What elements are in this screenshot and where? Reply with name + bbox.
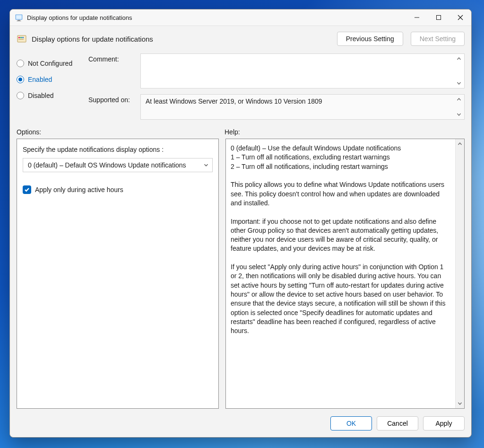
help-section-label: Help:: [225, 128, 465, 136]
help-panel: 0 (default) – Use the default Windows Up…: [225, 139, 465, 409]
options-panel: Specify the update notifications display…: [17, 139, 219, 409]
panel-labels: Options: Help:: [10, 122, 471, 139]
comment-row: Comment:: [88, 53, 465, 88]
supported-scroll-down-icon[interactable]: [455, 111, 463, 118]
next-setting-button[interactable]: Next Setting: [411, 32, 465, 46]
app-icon: [15, 13, 23, 22]
svg-rect-1: [16, 15, 22, 19]
apply-button[interactable]: Apply: [423, 416, 465, 430]
radio-disabled-label: Disabled: [28, 92, 53, 99]
state-and-comment-section: Not Configured Enabled Disabled Comment:: [10, 50, 471, 122]
cancel-button[interactable]: Cancel: [377, 416, 418, 430]
display-options-dropdown-label: Specify the update notifications display…: [23, 146, 213, 153]
svg-rect-12: [18, 39, 24, 40]
page-title: Display options for update notifications: [32, 35, 153, 43]
display-options-dropdown-value: 0 (default) – Default OS Windows Update …: [28, 161, 186, 169]
supported-label: Supported on:: [88, 94, 136, 120]
policy-icon: [17, 34, 27, 44]
svg-rect-10: [20, 37, 22, 38]
svg-rect-3: [17, 21, 21, 21]
minimize-button[interactable]: [406, 9, 428, 26]
svg-rect-5: [437, 16, 441, 20]
comment-label: Comment:: [88, 53, 136, 88]
supported-row: Supported on: At least Windows Server 20…: [88, 94, 465, 120]
supported-value: At least Windows Server 2019, or Windows…: [146, 97, 322, 105]
comment-scroll-up-icon[interactable]: [455, 55, 463, 62]
previous-setting-button[interactable]: Previous Setting: [337, 32, 403, 46]
comment-scroll-down-icon[interactable]: [455, 79, 463, 87]
radio-not-configured[interactable]: Not Configured: [17, 55, 86, 71]
help-scrollbar[interactable]: [455, 139, 464, 408]
radio-disabled[interactable]: Disabled: [17, 88, 86, 104]
help-text: 0 (default) – Use the default Windows Up…: [226, 139, 464, 408]
ok-button[interactable]: OK: [330, 416, 372, 430]
svg-rect-2: [17, 20, 20, 20]
active-hours-checkbox[interactable]: [23, 185, 31, 194]
title-bar[interactable]: Display options for update notifications: [10, 9, 471, 26]
chevron-down-icon: [204, 161, 208, 169]
panels-row: Specify the update notifications display…: [10, 139, 471, 409]
dialog-footer: OK Cancel Apply: [10, 409, 471, 437]
supported-field: At least Windows Server 2019, or Windows…: [140, 94, 465, 120]
scroll-down-icon[interactable]: [456, 399, 464, 408]
svg-rect-8: [17, 35, 26, 42]
state-radios: Not Configured Enabled Disabled: [17, 53, 86, 120]
active-hours-checkbox-label: Apply only during active hours: [35, 186, 123, 193]
header-row: Display options for update notifications…: [10, 26, 471, 50]
radio-enabled[interactable]: Enabled: [17, 71, 86, 88]
close-button[interactable]: [449, 9, 471, 26]
policy-editor-window: Display options for update notifications…: [9, 9, 472, 438]
comment-field[interactable]: [140, 53, 465, 88]
options-section-label: Options:: [17, 128, 218, 136]
supported-scroll-up-icon[interactable]: [455, 96, 463, 103]
display-options-dropdown[interactable]: 0 (default) – Default OS Windows Update …: [23, 158, 213, 172]
radio-not-configured-label: Not Configured: [28, 60, 72, 67]
radio-enabled-label: Enabled: [28, 76, 52, 83]
svg-rect-11: [22, 37, 24, 38]
svg-rect-9: [18, 37, 20, 38]
scroll-up-icon[interactable]: [456, 139, 464, 149]
window-title: Display options for update notifications: [27, 14, 132, 21]
maximize-button[interactable]: [428, 9, 449, 26]
active-hours-checkbox-row[interactable]: Apply only during active hours: [23, 185, 213, 194]
